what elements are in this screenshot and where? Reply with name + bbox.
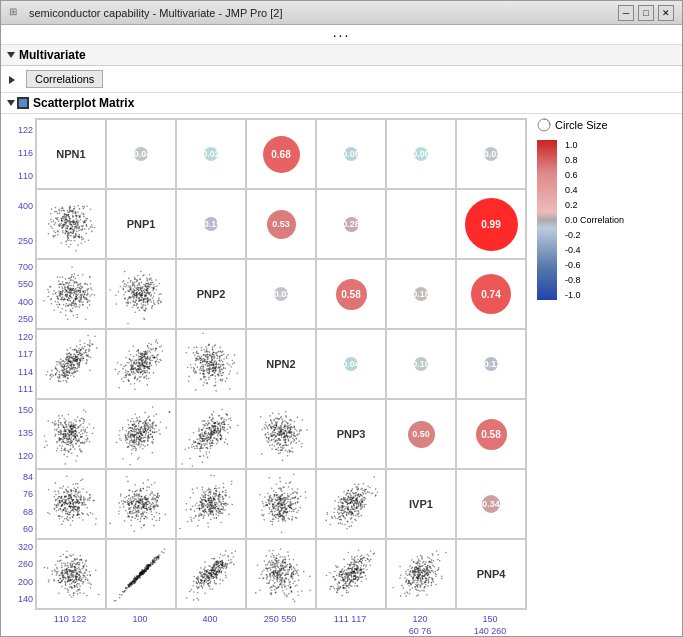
matrix-cell-5-4[interactable] <box>316 469 386 539</box>
svg-point-1934 <box>66 443 68 445</box>
svg-point-4178 <box>268 501 270 503</box>
matrix-cell-1-2[interactable]: -0.15 <box>176 189 246 259</box>
matrix-cell-4-1[interactable] <box>106 399 176 469</box>
matrix-cell-0-0[interactable]: NPN1 <box>36 119 106 189</box>
matrix-cell-0-2[interactable]: 0.02 <box>176 119 246 189</box>
svg-point-4502 <box>87 582 89 584</box>
svg-point-1458 <box>132 366 134 368</box>
svg-point-1981 <box>83 421 85 423</box>
matrix-cell-6-4[interactable] <box>316 539 386 609</box>
matrix-cell-2-4[interactable]: 0.58 <box>316 259 386 329</box>
svg-point-2079 <box>61 431 63 433</box>
matrix-cell-6-1[interactable] <box>106 539 176 609</box>
svg-point-2190 <box>150 434 152 436</box>
matrix-cell-2-1[interactable] <box>106 259 176 329</box>
svg-point-769 <box>124 283 126 285</box>
svg-point-556 <box>82 304 84 306</box>
matrix-cell-2-0[interactable] <box>36 259 106 329</box>
correlations-button[interactable]: Correlations <box>26 70 103 88</box>
svg-point-566 <box>79 287 81 289</box>
svg-point-5335 <box>220 567 222 569</box>
matrix-cell-6-6[interactable]: PNP4 <box>456 539 526 609</box>
svg-point-2591 <box>230 427 232 429</box>
svg-point-5328 <box>205 570 207 572</box>
matrix-cell-0-6[interactable]: -0.03 <box>456 119 526 189</box>
minimize-button[interactable]: ─ <box>618 5 634 21</box>
matrix-cell-4-3[interactable] <box>246 399 316 469</box>
matrix-cell-5-0[interactable] <box>36 469 106 539</box>
matrix-cell-4-6[interactable]: 0.58 <box>456 399 526 469</box>
matrix-cell-6-2[interactable] <box>176 539 246 609</box>
svg-point-5271 <box>196 586 198 588</box>
svg-point-3876 <box>215 499 217 501</box>
svg-point-5646 <box>268 567 270 569</box>
corr-circle-0-1: -0.04 <box>134 147 148 161</box>
matrix-cell-1-0[interactable] <box>36 189 106 259</box>
matrix-cell-5-6[interactable]: 0.34 <box>456 469 526 539</box>
svg-point-3056 <box>85 498 87 500</box>
matrix-cell-4-4[interactable]: PNP3 <box>316 399 386 469</box>
matrix-cell-2-3[interactable]: -0.03 <box>246 259 316 329</box>
matrix-cell-3-3[interactable]: NPN2 <box>246 329 316 399</box>
scatterplot-collapse-icon[interactable] <box>7 100 15 106</box>
svg-point-2728 <box>299 431 301 433</box>
matrix-cell-3-6[interactable]: -0.12 <box>456 329 526 399</box>
matrix-cell-0-5[interactable]: 0.00 <box>386 119 456 189</box>
svg-point-4452 <box>357 513 359 515</box>
matrix-cell-4-0[interactable] <box>36 399 106 469</box>
svg-point-1967 <box>62 424 64 426</box>
matrix-cell-5-2[interactable] <box>176 469 246 539</box>
svg-point-411 <box>75 303 77 305</box>
svg-point-950 <box>56 361 58 363</box>
matrix-cell-1-3[interactable]: 0.53 <box>246 189 316 259</box>
matrix-cell-1-5[interactable] <box>386 189 456 259</box>
multivariate-collapse-icon[interactable] <box>7 52 15 58</box>
close-button[interactable]: ✕ <box>658 5 674 21</box>
svg-point-3475 <box>140 518 142 520</box>
svg-point-3390 <box>148 487 150 489</box>
matrix-cell-5-3[interactable] <box>246 469 316 539</box>
correlations-expand-icon[interactable] <box>9 76 15 84</box>
matrix-cell-6-3[interactable] <box>246 539 316 609</box>
matrix-cell-2-2[interactable]: PNP2 <box>176 259 246 329</box>
matrix-cell-3-0[interactable] <box>36 329 106 399</box>
svg-point-1062 <box>55 366 57 368</box>
svg-point-3339 <box>144 511 146 513</box>
matrix-cell-5-5[interactable]: IVP1 <box>386 469 456 539</box>
matrix-cell-1-6[interactable]: 0.99 <box>456 189 526 259</box>
svg-point-5419 <box>272 575 274 577</box>
svg-point-3578 <box>146 508 148 510</box>
matrix-cell-6-0[interactable] <box>36 539 106 609</box>
matrix-cell-1-1[interactable]: PNP1 <box>106 189 176 259</box>
svg-point-598 <box>64 288 66 290</box>
svg-point-5772 <box>336 575 338 577</box>
matrix-cell-4-2[interactable] <box>176 399 246 469</box>
maximize-button[interactable]: □ <box>638 5 654 21</box>
matrix-cell-0-4[interactable]: 0.05 <box>316 119 386 189</box>
svg-point-572 <box>74 282 76 284</box>
matrix-cell-5-1[interactable] <box>106 469 176 539</box>
matrix-cell-2-5[interactable]: 0.18 <box>386 259 456 329</box>
matrix-cell-1-4[interactable]: 0.28 <box>316 189 386 259</box>
svg-point-1258 <box>151 344 153 346</box>
dots-menu[interactable]: ··· <box>333 27 351 43</box>
svg-point-3732 <box>187 521 189 523</box>
svg-point-2009 <box>58 431 60 433</box>
svg-point-2038 <box>68 429 70 431</box>
matrix-cell-6-5[interactable] <box>386 539 456 609</box>
matrix-cell-0-1[interactable]: -0.04 <box>106 119 176 189</box>
matrix-cell-3-4[interactable]: 0.04 <box>316 329 386 399</box>
matrix-cell-3-1[interactable] <box>106 329 176 399</box>
legend-title: Circle Size <box>537 118 627 132</box>
matrix-cell-0-3[interactable]: 0.68 <box>246 119 316 189</box>
svg-point-3678 <box>212 496 214 498</box>
svg-point-2917 <box>297 433 299 435</box>
scatter-6-4 <box>318 541 384 607</box>
matrix-cell-3-5[interactable]: 0.10 <box>386 329 456 399</box>
matrix-cell-2-6[interactable]: 0.74 <box>456 259 526 329</box>
svg-point-5928 <box>361 569 363 571</box>
matrix-cell-3-2[interactable] <box>176 329 246 399</box>
matrix-cell-4-5[interactable]: 0.50 <box>386 399 456 469</box>
svg-point-6162 <box>426 573 428 575</box>
svg-point-5288 <box>206 571 208 573</box>
